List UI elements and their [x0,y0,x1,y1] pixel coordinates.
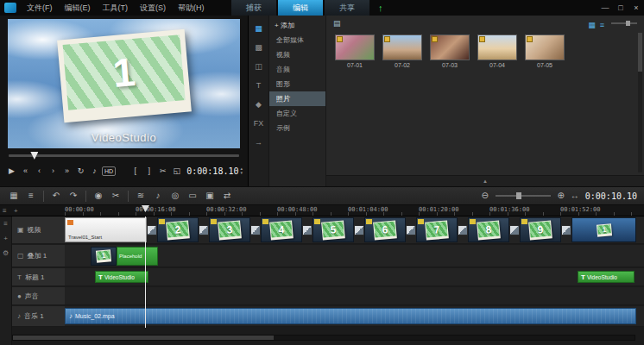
record-capture-button[interactable]: ◉ [92,189,105,203]
split-clip-button[interactable]: ✂ [156,165,169,178]
mark-out-button[interactable]: ] [142,165,155,178]
volume-button[interactable]: ♪ [88,165,101,178]
prev-frame-button[interactable]: ‹ [33,165,46,178]
video-clip-photo-7[interactable]: 7 [416,217,458,242]
window-maximize-button[interactable]: □ [613,0,628,16]
zoom-in-button[interactable]: ⊕ [554,189,568,203]
fit-timeline-button[interactable]: ↔ [568,189,582,203]
add-folder-button[interactable]: + 添加 [269,18,325,33]
tab-edit[interactable]: 编辑 [278,0,323,16]
overlay-clip[interactable]: 1 Placehold [91,247,158,266]
library-folder-4[interactable]: 照片 [269,91,325,106]
transition-icon[interactable] [458,225,468,235]
zoom-out-button[interactable]: ⊖ [478,189,492,203]
timeline-zoom-slider[interactable] [496,195,551,197]
scrubber-track[interactable] [9,154,239,157]
video-clip-photo-5[interactable]: 5 [313,217,354,242]
video-clip-photo-4[interactable]: 4 [261,217,302,242]
library-item[interactable]: 07-03 [430,34,470,68]
home-button[interactable]: « [19,165,32,178]
transition-icon[interactable] [561,225,571,235]
library-scrollbar[interactable] [638,33,642,172]
collapse-handle-icon[interactable]: ▴ [483,178,487,184]
transition-icon[interactable] [354,225,364,235]
library-item[interactable]: 07-05 [525,34,565,68]
music-track-lane[interactable]: ♪ Music_02.mpa [65,306,644,327]
track-manager-icon[interactable]: ≡ [3,221,8,228]
video-clip-travel-start[interactable]: Travel01_Start [65,217,147,242]
playhead-line[interactable] [145,216,146,328]
graphic-icon[interactable]: ◆ [251,98,267,110]
library-folder-2[interactable]: 音频 [269,62,325,77]
library-folder-6[interactable]: 示例 [269,121,325,135]
menu-tools[interactable]: 工具(T) [97,0,135,16]
repeat-button[interactable]: ↻ [74,165,87,178]
timeline-ruler[interactable]: ≡ + 00:00:0000:00:16:0000:00:32:0000:00:… [0,205,644,216]
instant-project-icon[interactable]: ▩ [251,41,267,53]
motion-tracking-button[interactable]: ◎ [168,189,182,203]
media-library-icon[interactable]: ▦ [251,22,267,34]
library-folder-0[interactable]: 全部媒体 [269,33,325,47]
add-track-icon[interactable]: + [3,235,8,242]
track-header-title[interactable]: T 标题 1 [12,268,65,286]
track-header-voice[interactable]: ● 声音 [12,287,65,305]
transition-icon[interactable] [509,225,520,235]
transition-icon[interactable] [250,225,261,235]
tab-capture[interactable]: 捕获 [231,0,276,16]
sound-mixer-button[interactable]: ≋ [134,189,148,203]
next-frame-button[interactable]: › [47,165,60,178]
title-clip[interactable]: T VideoStudio [95,271,148,283]
video-clip-photo-2[interactable]: 2 [157,217,199,242]
preview-timecode[interactable]: 0:00:18.10 [186,166,238,176]
timeline-scrollbar-thumb[interactable] [13,336,274,340]
batch-convert-button[interactable]: ⇄ [220,189,234,203]
video-clip-travel-end[interactable]: 1 [571,217,636,242]
transition-icon[interactable] [199,225,209,235]
storyboard-view-button[interactable]: ▦ [7,189,21,203]
timecode-stepper[interactable]: ▴ ▾ [240,166,243,175]
video-track-lane[interactable]: Travel01_Start234567891 [65,216,644,244]
thumbnail-size-handle[interactable] [626,21,630,26]
music-clip[interactable]: ♪ Music_02.mpa [65,308,636,324]
transition-icon[interactable] [406,225,416,235]
hd-badge[interactable]: HD [102,166,116,176]
track-header-video[interactable]: ▣ 视频 [12,216,65,244]
library-item[interactable]: 07-04 [477,34,517,68]
track-manager-icon[interactable]: ≡ [3,206,7,216]
subtitle-editor-button[interactable]: ▭ [186,189,199,203]
update-arrow-icon[interactable]: ↑ [378,0,383,16]
window-close-button[interactable]: × [628,0,644,16]
voice-track-lane[interactable] [65,287,644,305]
menu-settings[interactable]: 设置(S) [134,0,172,16]
scrubber[interactable] [9,152,239,160]
timeline-view-button[interactable]: ≡ [24,189,38,203]
video-clip-photo-9[interactable]: 9 [520,217,561,242]
video-clip-photo-8[interactable]: 8 [468,217,509,242]
library-folder-1[interactable]: 视频 [269,47,325,62]
redo-button[interactable]: ↷ [66,189,80,203]
mark-in-button[interactable]: [ [129,165,142,178]
overlay-track-lane[interactable]: 1 Placehold [65,245,644,267]
timeline-timecode[interactable]: 0:00:10.10 [585,191,637,201]
play-button[interactable]: ▶ [5,165,18,178]
transition-icon[interactable] [147,225,157,235]
library-item[interactable]: 07-02 [382,34,422,68]
auto-music-button[interactable]: ♪ [151,189,165,203]
timeline-scrollbar[interactable] [12,335,635,341]
library-folder-3[interactable]: 图形 [269,77,325,91]
menu-help[interactable]: 帮助(H) [172,0,211,16]
end-button[interactable]: » [60,165,73,178]
transition-icon[interactable] [302,225,313,235]
track-settings-icon[interactable]: ⚙ [3,250,9,257]
library-folder-5[interactable]: 自定义 [269,106,325,121]
library-item[interactable]: 07-01 [335,34,375,68]
list-view-icon[interactable]: ≡ [600,21,604,29]
enlarge-preview-button[interactable]: ◱ [170,165,183,178]
tab-share[interactable]: 共享 [325,0,369,16]
undo-button[interactable]: ↶ [49,189,63,203]
timeline-zoom-handle[interactable] [516,192,521,199]
window-minimize-button[interactable]: — [597,0,613,16]
video-clip-photo-3[interactable]: 3 [209,217,250,242]
split-clip-button[interactable]: ✂ [109,189,123,203]
add-track-icon[interactable]: + [14,206,18,216]
